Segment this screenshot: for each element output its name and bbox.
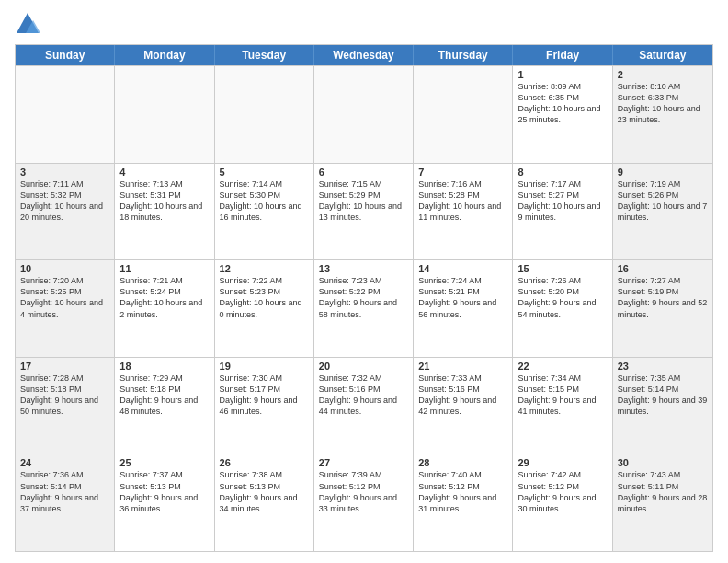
- header-cell-tuesday: Tuesday: [215, 45, 314, 65]
- header: [15, 11, 713, 37]
- day-cell-30: 30Sunrise: 7:43 AMSunset: 5:11 PMDayligh…: [613, 454, 712, 551]
- header-cell-thursday: Thursday: [414, 45, 513, 65]
- day-info: Sunrise: 7:22 AMSunset: 5:23 PMDaylight:…: [220, 275, 309, 320]
- day-number: 15: [518, 263, 607, 274]
- day-info: Sunrise: 7:32 AMSunset: 5:16 PMDaylight:…: [319, 373, 408, 418]
- day-info: Sunrise: 7:34 AMSunset: 5:15 PMDaylight:…: [518, 373, 607, 418]
- week-row-2: 3Sunrise: 7:11 AMSunset: 5:32 PMDaylight…: [16, 163, 712, 260]
- empty-cell: [16, 66, 115, 163]
- day-info: Sunrise: 7:28 AMSunset: 5:18 PMDaylight:…: [20, 373, 109, 418]
- day-number: 20: [319, 361, 408, 372]
- day-cell-25: 25Sunrise: 7:37 AMSunset: 5:13 PMDayligh…: [115, 454, 214, 551]
- day-number: 25: [119, 457, 209, 468]
- calendar-header: SundayMondayTuesdayWednesdayThursdayFrid…: [16, 45, 712, 65]
- day-cell-3: 3Sunrise: 7:11 AMSunset: 5:32 PMDaylight…: [16, 164, 115, 260]
- empty-cell: [215, 66, 314, 163]
- week-row-4: 17Sunrise: 7:28 AMSunset: 5:18 PMDayligh…: [16, 357, 712, 454]
- week-row-1: 1Sunrise: 8:09 AMSunset: 6:35 PMDaylight…: [16, 65, 712, 163]
- day-cell-19: 19Sunrise: 7:30 AMSunset: 5:17 PMDayligh…: [215, 358, 314, 454]
- day-cell-15: 15Sunrise: 7:26 AMSunset: 5:20 PMDayligh…: [513, 260, 612, 357]
- day-cell-10: 10Sunrise: 7:20 AMSunset: 5:25 PMDayligh…: [16, 260, 115, 357]
- logo-icon: [15, 11, 40, 37]
- day-info: Sunrise: 7:11 AMSunset: 5:32 PMDaylight:…: [20, 178, 109, 224]
- day-number: 23: [618, 361, 708, 372]
- day-info: Sunrise: 7:13 AMSunset: 5:31 PMDaylight:…: [119, 178, 209, 224]
- day-info: Sunrise: 7:36 AMSunset: 5:14 PMDaylight:…: [20, 469, 109, 514]
- day-info: Sunrise: 7:21 AMSunset: 5:24 PMDaylight:…: [119, 275, 209, 320]
- day-number: 29: [518, 457, 607, 468]
- day-number: 7: [418, 167, 507, 178]
- day-info: Sunrise: 7:17 AMSunset: 5:27 PMDaylight:…: [518, 178, 607, 224]
- day-info: Sunrise: 7:27 AMSunset: 5:19 PMDaylight:…: [618, 275, 708, 320]
- day-info: Sunrise: 7:23 AMSunset: 5:22 PMDaylight:…: [319, 275, 408, 320]
- header-cell-monday: Monday: [115, 45, 214, 65]
- header-cell-wednesday: Wednesday: [314, 45, 414, 65]
- day-info: Sunrise: 7:14 AMSunset: 5:30 PMDaylight:…: [220, 178, 309, 224]
- day-cell-12: 12Sunrise: 7:22 AMSunset: 5:23 PMDayligh…: [215, 260, 314, 357]
- day-info: Sunrise: 7:19 AMSunset: 5:26 PMDaylight:…: [618, 178, 708, 224]
- day-info: Sunrise: 7:20 AMSunset: 5:25 PMDaylight:…: [20, 275, 109, 320]
- day-cell-11: 11Sunrise: 7:21 AMSunset: 5:24 PMDayligh…: [115, 260, 214, 357]
- day-number: 1: [518, 69, 607, 80]
- day-number: 27: [319, 457, 408, 468]
- day-number: 17: [20, 361, 109, 372]
- day-cell-14: 14Sunrise: 7:24 AMSunset: 5:21 PMDayligh…: [414, 260, 513, 357]
- day-number: 14: [418, 263, 507, 274]
- day-number: 2: [618, 69, 708, 80]
- day-number: 8: [518, 167, 607, 178]
- calendar-body: 1Sunrise: 8:09 AMSunset: 6:35 PMDaylight…: [16, 65, 712, 551]
- day-info: Sunrise: 7:24 AMSunset: 5:21 PMDaylight:…: [418, 275, 507, 320]
- day-cell-17: 17Sunrise: 7:28 AMSunset: 5:18 PMDayligh…: [16, 358, 115, 454]
- day-number: 12: [220, 263, 309, 274]
- day-cell-27: 27Sunrise: 7:39 AMSunset: 5:12 PMDayligh…: [314, 454, 414, 551]
- day-cell-23: 23Sunrise: 7:35 AMSunset: 5:14 PMDayligh…: [613, 358, 712, 454]
- day-cell-29: 29Sunrise: 7:42 AMSunset: 5:12 PMDayligh…: [513, 454, 612, 551]
- day-number: 21: [418, 361, 507, 372]
- day-cell-21: 21Sunrise: 7:33 AMSunset: 5:16 PMDayligh…: [414, 358, 513, 454]
- day-number: 19: [220, 361, 309, 372]
- day-cell-5: 5Sunrise: 7:14 AMSunset: 5:30 PMDaylight…: [215, 164, 314, 260]
- day-cell-8: 8Sunrise: 7:17 AMSunset: 5:27 PMDaylight…: [513, 164, 612, 260]
- day-info: Sunrise: 7:43 AMSunset: 5:11 PMDaylight:…: [618, 469, 708, 514]
- day-number: 18: [119, 361, 209, 372]
- day-info: Sunrise: 7:38 AMSunset: 5:13 PMDaylight:…: [220, 469, 309, 514]
- day-number: 13: [319, 263, 408, 274]
- day-number: 22: [518, 361, 607, 372]
- day-number: 6: [319, 167, 408, 178]
- day-number: 4: [119, 167, 209, 178]
- day-number: 16: [618, 263, 708, 274]
- header-cell-friday: Friday: [513, 45, 612, 65]
- day-cell-7: 7Sunrise: 7:16 AMSunset: 5:28 PMDaylight…: [414, 164, 513, 260]
- empty-cell: [115, 66, 214, 163]
- day-cell-4: 4Sunrise: 7:13 AMSunset: 5:31 PMDaylight…: [115, 164, 214, 260]
- week-row-3: 10Sunrise: 7:20 AMSunset: 5:25 PMDayligh…: [16, 259, 712, 357]
- day-info: Sunrise: 7:42 AMSunset: 5:12 PMDaylight:…: [518, 469, 607, 514]
- day-info: Sunrise: 7:35 AMSunset: 5:14 PMDaylight:…: [618, 373, 708, 418]
- empty-cell: [314, 66, 414, 163]
- day-number: 30: [618, 457, 708, 468]
- day-info: Sunrise: 7:39 AMSunset: 5:12 PMDaylight:…: [319, 469, 408, 514]
- calendar: SundayMondayTuesdayWednesdayThursdayFrid…: [15, 44, 713, 552]
- day-info: Sunrise: 7:15 AMSunset: 5:29 PMDaylight:…: [319, 178, 408, 224]
- day-number: 3: [20, 167, 109, 178]
- day-cell-9: 9Sunrise: 7:19 AMSunset: 5:26 PMDaylight…: [613, 164, 712, 260]
- logo: [15, 11, 44, 37]
- day-cell-6: 6Sunrise: 7:15 AMSunset: 5:29 PMDaylight…: [314, 164, 414, 260]
- day-info: Sunrise: 7:37 AMSunset: 5:13 PMDaylight:…: [119, 469, 209, 514]
- day-info: Sunrise: 7:40 AMSunset: 5:12 PMDaylight:…: [418, 469, 507, 514]
- day-number: 24: [20, 457, 109, 468]
- day-number: 5: [220, 167, 309, 178]
- day-number: 26: [220, 457, 309, 468]
- day-cell-20: 20Sunrise: 7:32 AMSunset: 5:16 PMDayligh…: [314, 358, 414, 454]
- day-info: Sunrise: 8:09 AMSunset: 6:35 PMDaylight:…: [518, 81, 607, 126]
- day-cell-13: 13Sunrise: 7:23 AMSunset: 5:22 PMDayligh…: [314, 260, 414, 357]
- day-cell-2: 2Sunrise: 8:10 AMSunset: 6:33 PMDaylight…: [613, 66, 712, 163]
- day-cell-22: 22Sunrise: 7:34 AMSunset: 5:15 PMDayligh…: [513, 358, 612, 454]
- day-number: 9: [618, 167, 708, 178]
- day-cell-16: 16Sunrise: 7:27 AMSunset: 5:19 PMDayligh…: [613, 260, 712, 357]
- day-info: Sunrise: 7:33 AMSunset: 5:16 PMDaylight:…: [418, 373, 507, 418]
- week-row-5: 24Sunrise: 7:36 AMSunset: 5:14 PMDayligh…: [16, 454, 712, 551]
- day-info: Sunrise: 7:26 AMSunset: 5:20 PMDaylight:…: [518, 275, 607, 320]
- page: SundayMondayTuesdayWednesdayThursdayFrid…: [0, 0, 728, 563]
- day-info: Sunrise: 8:10 AMSunset: 6:33 PMDaylight:…: [618, 81, 708, 126]
